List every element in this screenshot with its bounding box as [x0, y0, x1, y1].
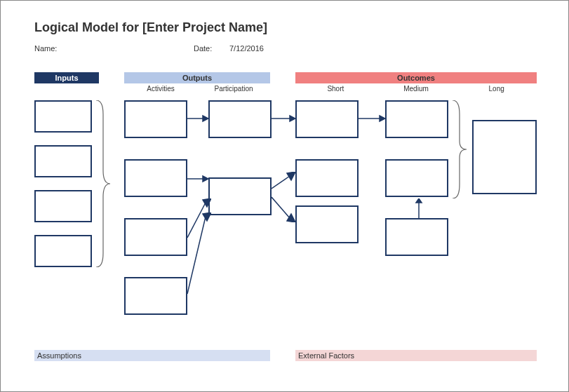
svg-marker-15 [380, 116, 385, 121]
svg-marker-1 [203, 116, 208, 121]
activity-box [124, 159, 187, 197]
participation-box [208, 100, 272, 138]
name-label: Name: [34, 44, 57, 53]
brace-medium [450, 100, 469, 198]
short-outcome-box [295, 159, 359, 197]
arrow-up-icon [413, 198, 424, 218]
date-label: Date: [194, 44, 212, 53]
svg-line-6 [187, 217, 206, 294]
medium-outcome-box [385, 159, 448, 197]
footer-assumptions: Assumptions [34, 350, 270, 361]
header-long: Long [456, 83, 537, 95]
header-short: Short [295, 83, 376, 95]
input-box [34, 190, 92, 222]
date-value: 7/12/2016 [229, 44, 264, 53]
medium-outcome-box [385, 218, 448, 256]
input-box [34, 145, 92, 177]
arrow-icon [359, 113, 385, 124]
input-box [34, 235, 92, 267]
header-participation: Participation [197, 83, 270, 95]
arrow-icon [187, 113, 208, 124]
brace-inputs [93, 100, 113, 267]
input-box [34, 100, 92, 133]
svg-marker-11 [287, 172, 295, 180]
medium-outcome-box [385, 100, 448, 138]
svg-line-10 [272, 176, 290, 189]
svg-marker-3 [203, 176, 208, 182]
svg-marker-7 [203, 212, 211, 221]
header-outputs-sub: Activities Participation [124, 83, 270, 95]
arrow-icon [187, 212, 211, 297]
short-outcome-box [295, 205, 359, 243]
short-outcome-box [295, 100, 359, 138]
arrow-icon [272, 172, 295, 191]
header-outcomes: Outcomes [295, 72, 537, 83]
svg-marker-17 [416, 198, 422, 203]
document-title: Logical Model for [Enter Project Name] [34, 20, 267, 35]
activity-box [124, 277, 187, 315]
header-medium: Medium [376, 83, 457, 95]
header-outcomes-sub: Short Medium Long [295, 83, 537, 95]
long-outcome-box [472, 120, 537, 194]
footer-external: External Factors [295, 350, 537, 361]
participation-box [208, 177, 272, 215]
arrow-icon [187, 173, 208, 184]
svg-marker-13 [287, 214, 295, 222]
activity-box [124, 100, 187, 138]
header-activities: Activities [124, 83, 197, 95]
svg-line-12 [272, 197, 290, 218]
header-outputs: Outputs [124, 72, 270, 83]
svg-marker-9 [290, 116, 295, 121]
arrow-icon [272, 113, 295, 124]
activity-box [124, 218, 187, 256]
header-inputs: Inputs [34, 72, 99, 83]
arrow-icon [272, 194, 295, 222]
